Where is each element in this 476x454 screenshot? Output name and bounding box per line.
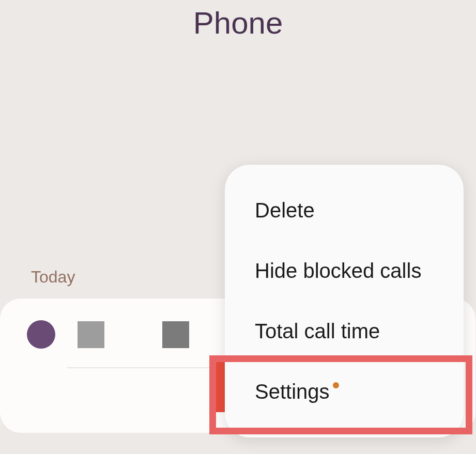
- menu-item-settings[interactable]: Settings: [225, 362, 464, 422]
- red-accent: [213, 361, 225, 412]
- notification-dot-icon: [333, 382, 339, 388]
- section-today-label: Today: [31, 268, 75, 287]
- menu-item-hide-blocked[interactable]: Hide blocked calls: [225, 241, 464, 301]
- redacted-block: [78, 321, 104, 348]
- overflow-menu: Delete Hide blocked calls Total call tim…: [225, 165, 464, 437]
- redacted-block: [162, 321, 189, 348]
- menu-item-settings-label: Settings: [255, 380, 330, 403]
- menu-item-total-call-time[interactable]: Total call time: [225, 301, 464, 362]
- contact-avatar: [27, 320, 55, 349]
- menu-item-delete[interactable]: Delete: [225, 180, 464, 241]
- page-title: Phone: [0, 0, 476, 41]
- row-divider: [67, 367, 222, 368]
